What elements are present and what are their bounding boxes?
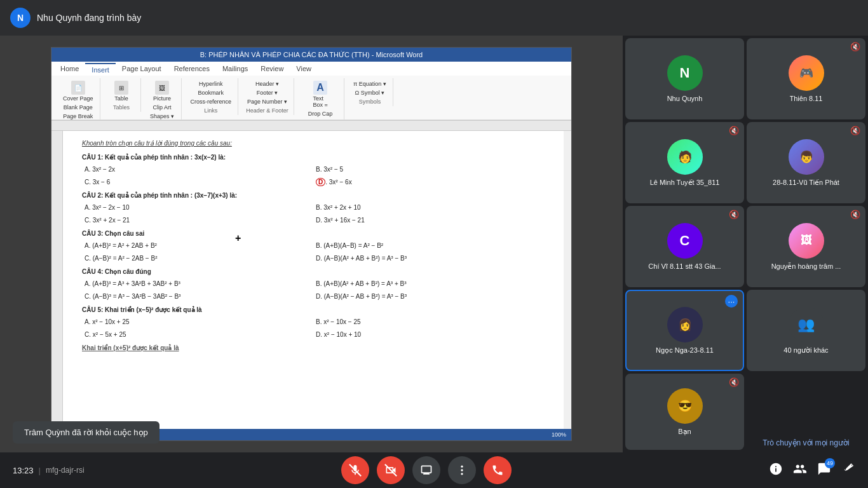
mic-icon: [349, 464, 362, 477]
avatar-chi-vi: C: [667, 223, 703, 259]
camera-button[interactable]: [377, 456, 405, 484]
q1-c: C. 3x − 6: [82, 177, 313, 188]
q4-answers: A. (A+B)³ = A³ + 3A²B + 3AB² + B³ B. (A+…: [82, 278, 545, 302]
avatar-thien: 🎮: [789, 55, 824, 91]
participant-card-others: 👥 40 người khác: [747, 290, 865, 371]
btn-header[interactable]: Header ▾: [253, 79, 281, 88]
q5-b: B. x² − 10x − 25: [313, 316, 545, 328]
tab-home[interactable]: Home: [54, 63, 85, 76]
participant-name-tuyet: Lê Minh Tuyết 35_811: [650, 179, 720, 187]
word-scrollbar[interactable]: [564, 131, 571, 429]
q5-a: A. x² − 10x + 25: [82, 316, 313, 328]
participant-name-phat: 28-8.11-Vũ Tiến Phát: [773, 179, 839, 187]
toast-text: Trâm Quỳnh đã rời khỏi cuộc họp: [24, 428, 148, 437]
participant-card-phat: 🔇 👦 28-8.11-Vũ Tiến Phát: [747, 122, 865, 203]
tab-mailings[interactable]: Mailings: [216, 63, 254, 76]
mute-icon-tram: 🔇: [850, 210, 860, 219]
btn-text-box[interactable]: A TextBox =: [310, 79, 330, 109]
camera-icon: [384, 464, 397, 477]
chat-badge: 49: [825, 458, 835, 468]
btn-blank-page[interactable]: Blank Page: [61, 103, 95, 112]
toast-notification: Trâm Quỳnh đã rời khỏi cuộc họp: [13, 421, 159, 444]
chat-button[interactable]: 49: [817, 462, 831, 479]
presenter-avatar: N: [10, 8, 31, 28]
btn-bookmark[interactable]: Bookmark: [196, 88, 227, 97]
btn-drop-cap[interactable]: Drop Cap: [306, 109, 336, 118]
people-button[interactable]: [793, 462, 807, 479]
ribbon-group-header-footer: Header ▾ Footer ▾ Page Number ▾ Header &…: [241, 78, 294, 115]
q2-answers: A. 3x² − 2x − 10 B. 3x² + 2x + 10 C. 3x²…: [82, 202, 545, 226]
tab-view[interactable]: View: [290, 63, 318, 76]
tab-page-layout[interactable]: Page Layout: [116, 63, 168, 76]
participant-name-ban: Bạn: [678, 428, 691, 436]
q5-c: C. x² − 5x + 25: [82, 329, 313, 341]
btn-cover-page[interactable]: 📄 Cover Page: [60, 79, 96, 103]
end-call-icon: [491, 464, 504, 477]
present-button[interactable]: [412, 456, 440, 484]
mute-icon-ban: 🔇: [729, 377, 739, 387]
btn-symbol[interactable]: Ω Symbol ▾: [353, 88, 388, 97]
btn-table[interactable]: ⊞ Table: [112, 79, 131, 103]
btn-hyperlink[interactable]: Hyperlink: [196, 79, 226, 88]
btn-equation[interactable]: π Equation ▾: [351, 79, 389, 88]
btn-page-break[interactable]: Page Break: [60, 112, 95, 120]
end-call-button[interactable]: [484, 456, 512, 484]
btn-shapes[interactable]: Shapes ▾: [147, 112, 177, 120]
btn-cross-reference[interactable]: Cross-reference: [188, 97, 234, 106]
more-icon-ngoc-nga[interactable]: ···: [725, 295, 738, 308]
q2-a: A. 3x² − 2x − 10: [82, 202, 313, 214]
q4-label: CÂU 4: Chọn câu đúng: [82, 267, 545, 277]
more-options-icon: [456, 464, 468, 477]
participant-name-thien: Thiên 8.11: [790, 95, 823, 102]
ribbon-group-text: A TextBox = Drop Cap Quick Parts ▾ WordA…: [297, 78, 344, 120]
q4-c: C. (A−B)³ = A³ − 3A²B − 3AB² − B³: [82, 291, 313, 302]
ribbon-content: 📄 Cover Page Blank Page Page Break Pages…: [51, 76, 571, 120]
btn-footer[interactable]: Footer ▾: [254, 88, 281, 97]
q3-a: A. (A+B)² = A² + 2AB + B²: [82, 240, 313, 252]
word-ribbon: Home Insert Page Layout References Maili…: [51, 62, 571, 121]
tab-references[interactable]: References: [168, 63, 216, 76]
svg-point-3: [461, 469, 463, 471]
word-sidebar-left: [51, 131, 63, 429]
ribbon-group-links: Hyperlink Bookmark Cross-reference Links: [184, 78, 239, 115]
q3-d: D. (A−B)(A² + AB + B²) = A³ − B³: [313, 253, 545, 264]
ribbon-group-illustrations: 🖼 Picture Clip Art Shapes ▾ SmartArt Cha…: [144, 78, 182, 120]
info-button[interactable]: [769, 462, 783, 479]
top-bar: N Nhu Quynh đang trình bày: [0, 0, 868, 36]
avatar-tram: 🖼: [789, 223, 824, 259]
btn-picture[interactable]: 🖼 Picture: [151, 79, 173, 103]
ribbon-tabs: Home Insert Page Layout References Maili…: [51, 62, 571, 76]
activities-icon: [841, 462, 855, 476]
tab-review[interactable]: Review: [254, 63, 290, 76]
participant-card-nhu-quynh: N Nhu Quynh: [625, 38, 744, 119]
more-options-button[interactable]: [448, 456, 476, 484]
btn-page-number[interactable]: Page Number ▾: [245, 97, 290, 106]
chat-with-all-card[interactable]: Trò chuyện với mọi người: [747, 374, 865, 450]
participant-name-nhu-quynh: Nhu Quynh: [667, 95, 703, 102]
ribbon-group-pages: 📄 Cover Page Blank Page Page Break Pages: [57, 78, 100, 120]
chat-with-all-label[interactable]: Trò chuyện với mọi người: [763, 438, 849, 447]
q5-label: CÂU 5: Khai triển (x−5)² được kết quả là: [82, 305, 545, 315]
q4-d: D. (A−B)(A² − AB + B²) = A³ − B³: [313, 291, 545, 302]
mute-icon-phat: 🔇: [850, 126, 860, 135]
q3-c: C. (A−B)² = A² − 2AB − B²: [82, 253, 313, 264]
btn-quick-parts[interactable]: Quick Parts ▾: [301, 118, 340, 120]
q4-b: B. (A+B)(A² + AB + B²) = A³ + B³: [313, 278, 545, 290]
tab-insert[interactable]: Insert: [85, 63, 116, 76]
activities-button[interactable]: [841, 462, 855, 479]
time-info: 13:23 | mfg-dajr-rsi: [13, 466, 85, 475]
avatar-nhu-quynh: N: [667, 55, 703, 91]
picture-icon: 🖼: [155, 81, 169, 95]
ribbon-group-symbols: π Equation ▾ Ω Symbol ▾ Symbols: [347, 78, 393, 106]
participant-card-tram: 🔇 🖼 Nguyễn hoàng trâm ...: [747, 206, 865, 287]
avatar-phat: 👦: [789, 139, 824, 175]
present-icon: [420, 464, 433, 477]
text-box-icon: A: [313, 81, 327, 95]
q2-c: C. 3x² + 2x − 21: [82, 215, 313, 226]
mic-button[interactable]: [341, 456, 369, 484]
avatar-ngoc-nga: 👩: [667, 307, 703, 342]
bottom-right-actions: 49: [769, 462, 855, 479]
btn-clip-art[interactable]: Clip Art: [151, 103, 174, 112]
people-icon: [793, 462, 807, 476]
mute-icon-chi-vi: 🔇: [729, 210, 739, 219]
